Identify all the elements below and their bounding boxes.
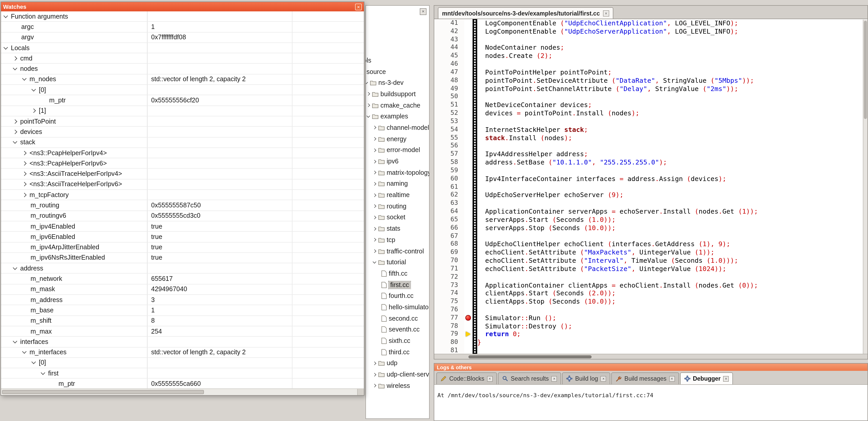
watches-horizontal-scrollbar[interactable] — [1, 388, 364, 395]
breakpoint-margin[interactable] — [464, 232, 472, 240]
collapse-icon[interactable] — [367, 114, 370, 118]
code-line[interactable]: 66 serverApps.Stop (Seconds (10.0)); — [434, 224, 867, 232]
expand-icon[interactable] — [373, 373, 376, 376]
tree-item[interactable]: realtime — [366, 190, 429, 201]
watch-row[interactable]: argv0x7fffffffdf08 — [1, 32, 364, 43]
breakpoint-margin[interactable] — [464, 191, 472, 199]
tree-item[interactable]: first.cc — [366, 279, 429, 290]
expand-icon[interactable] — [373, 137, 376, 141]
tab-close-icon[interactable]: × — [601, 376, 607, 382]
tree-item[interactable]: second.cc — [366, 313, 429, 324]
breakpoint-margin[interactable] — [464, 347, 472, 354]
code-line[interactable]: 63 — [434, 199, 867, 207]
editor-tab-first-cc[interactable]: mnt/dev/tools/source/ns-3-dev/examples/t… — [438, 7, 613, 19]
watch-row[interactable]: devices — [1, 127, 364, 137]
watch-row[interactable]: m_tcpFactory — [1, 190, 364, 200]
editor-horizontal-scrollbar[interactable] — [434, 354, 867, 359]
code-line[interactable]: 49 pointToPoint.SetChannelAttribute ("De… — [434, 85, 867, 93]
tree-item[interactable]: naming — [366, 178, 429, 189]
tree-item[interactable]: ipv6 — [366, 156, 429, 167]
code-line[interactable]: 72 — [434, 273, 867, 281]
expand-icon[interactable] — [373, 238, 376, 242]
code-line[interactable]: 79 return 0; — [434, 330, 867, 338]
breakpoint-margin[interactable] — [464, 101, 472, 109]
expand-icon[interactable] — [373, 182, 376, 186]
editor-content[interactable]: 41 LogComponentEnable ("UdpEchoClientApp… — [434, 19, 867, 354]
breakpoint-margin[interactable] — [464, 19, 472, 27]
watches-close-button[interactable]: × — [355, 3, 362, 10]
watch-row[interactable]: m_mask4294967040 — [1, 284, 364, 295]
tab-build-log[interactable]: Build log× — [562, 373, 611, 384]
breakpoint-margin[interactable] — [464, 183, 472, 191]
watch-row[interactable]: m_routingv60x5555555cd3c0 — [1, 211, 364, 221]
code-line[interactable]: 74 clientApps.Start (Seconds (2.0)); — [434, 289, 867, 298]
watch-row[interactable]: m_nodesstd::vector of length 2, capacity… — [1, 74, 364, 85]
breakpoint-margin[interactable] — [464, 76, 472, 85]
collapse-icon[interactable] — [13, 339, 17, 343]
tab-search-results[interactable]: Search results× — [498, 373, 561, 384]
breakpoint-margin[interactable] — [464, 330, 472, 338]
code-line[interactable]: 73 ApplicationContainer clientApps = ech… — [434, 281, 867, 289]
tab-debugger[interactable]: Debugger× — [680, 373, 733, 384]
breakpoint-margin[interactable] — [464, 174, 472, 183]
tab-close-icon[interactable]: × — [723, 376, 729, 382]
tree-item[interactable]: stats — [366, 223, 429, 234]
expand-icon[interactable] — [13, 119, 17, 124]
code-line[interactable]: 44 NodeContainer nodes; — [434, 44, 867, 52]
expand-icon[interactable] — [367, 92, 370, 96]
collapse-icon[interactable] — [4, 45, 8, 50]
code-line[interactable]: 70 echoClient.SetAttribute ("Interval", … — [434, 257, 867, 265]
code-line[interactable]: 55 stack.Install (nodes); — [434, 134, 867, 142]
code-line[interactable]: 54 InternetStackHelper stack; — [434, 126, 867, 134]
breakpoint-margin[interactable] — [464, 134, 472, 142]
breakpoint-margin[interactable] — [464, 93, 472, 101]
expand-icon[interactable] — [22, 193, 27, 197]
watch-row[interactable]: m_max254 — [1, 326, 364, 337]
expand-icon[interactable] — [373, 171, 376, 174]
collapse-icon[interactable] — [373, 260, 376, 263]
scrollbar-thumb[interactable] — [2, 390, 204, 394]
breakpoint-margin[interactable] — [464, 265, 472, 273]
collapse-icon[interactable] — [365, 80, 368, 84]
expand-icon[interactable] — [373, 216, 376, 219]
watch-row[interactable]: stack — [1, 137, 364, 148]
tree-item[interactable]: channel-models — [366, 122, 429, 133]
watch-row[interactable]: m_ipv4Enabledtrue — [1, 221, 364, 232]
tree-item[interactable]: buildsupport — [366, 89, 429, 100]
code-line[interactable]: 47 PointToPointHelper pointToPoint; — [434, 68, 867, 76]
code-line[interactable]: 48 pointToPoint.SetDeviceAttribute ("Dat… — [434, 76, 867, 85]
code-line[interactable]: 67 — [434, 232, 867, 240]
tree-item[interactable]: routing — [366, 201, 429, 212]
watch-row[interactable]: m_ptr0x5555555ca660 — [1, 379, 364, 388]
watch-row[interactable]: Locals — [1, 43, 364, 54]
editor-vertical-scrollbar[interactable] — [863, 20, 867, 354]
watch-row[interactable]: Function arguments — [1, 11, 364, 22]
tree-item[interactable]: traffic-control — [366, 246, 429, 257]
watch-row[interactable]: address — [1, 263, 364, 274]
code-line[interactable]: 80} — [434, 338, 867, 347]
breakpoint-margin[interactable] — [464, 314, 472, 322]
code-line[interactable]: 65 serverApps.Start (Seconds (1.0)); — [434, 216, 867, 224]
expand-icon[interactable] — [13, 56, 17, 61]
breakpoint-margin[interactable] — [464, 44, 472, 52]
collapse-icon[interactable] — [13, 265, 17, 270]
code-line[interactable]: 56 — [434, 142, 867, 150]
breakpoint-margin[interactable] — [464, 109, 472, 118]
watch-row[interactable]: [0] — [1, 358, 364, 368]
expand-icon[interactable] — [373, 160, 376, 163]
tree-item[interactable]: ns-3-dev — [366, 77, 429, 89]
watch-row[interactable]: <ns3::PcapHelperForIpv4> — [1, 148, 364, 159]
breakpoint-margin[interactable] — [464, 273, 472, 281]
breakpoint-margin[interactable] — [464, 248, 472, 257]
code-line[interactable]: 77 Simulator::Run (); — [434, 314, 867, 322]
collapse-icon[interactable] — [32, 360, 36, 364]
code-line[interactable]: 46 — [434, 60, 867, 68]
breakpoint-margin[interactable] — [464, 281, 472, 289]
tree-item[interactable]: tutorial — [366, 257, 429, 268]
expand-icon[interactable] — [22, 172, 27, 176]
watch-row[interactable]: m_ipv6NsRsJitterEnabledtrue — [1, 253, 364, 263]
code-line[interactable]: 57 Ipv4AddressHelper address; — [434, 150, 867, 159]
breakpoint-margin[interactable] — [464, 199, 472, 207]
tree-item[interactable]: hello-simulator.cc — [366, 301, 429, 313]
tree-item[interactable]: tcp — [366, 234, 429, 246]
